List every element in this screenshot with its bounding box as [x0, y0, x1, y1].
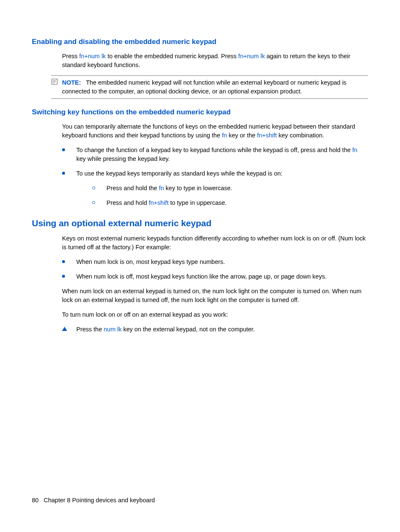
paragraph: To turn num lock on or off on an externa…: [62, 310, 368, 319]
chapter-label: Chapter 8 Pointing devices and keyboard: [44, 497, 155, 504]
text: Press the: [76, 326, 104, 333]
text: Press and hold: [106, 199, 149, 206]
triangle-list: Press the num lk key on the external key…: [62, 325, 368, 334]
sub-bullet-list: Press and hold the fn key to type in low…: [92, 184, 368, 207]
list-item: When num lock is on, most keypad keys ty…: [62, 258, 368, 266]
bullet-list: When num lock is on, most keypad keys ty…: [62, 258, 368, 281]
text: key while pressing the keypad key.: [76, 155, 170, 162]
text: key to type in lowercase.: [164, 185, 232, 191]
key-label: fn: [352, 147, 357, 153]
bullet-list: To change the function of a keypad key t…: [62, 146, 368, 207]
key-label: fn: [159, 185, 164, 191]
text: key on the external keypad, not on the c…: [122, 326, 255, 333]
list-item: To use the keypad keys temporarily as st…: [62, 169, 368, 207]
text: Press: [62, 53, 79, 59]
document-page: Enabling and disabling the embedded nume…: [0, 0, 400, 365]
page-footer: 80 Chapter 8 Pointing devices and keyboa…: [32, 497, 155, 504]
note-label: NOTE:: [62, 79, 81, 86]
paragraph: When num lock on an external keypad is t…: [62, 287, 368, 305]
list-item: To change the function of a keypad key t…: [62, 146, 368, 163]
text: To use the keypad keys temporarily as st…: [76, 170, 283, 177]
paragraph: Press fn+num lk to enable the embedded n…: [62, 52, 368, 70]
paragraph: Keys on most external numeric keypads fu…: [62, 234, 368, 252]
note-icon: [51, 78, 60, 88]
text: to type in uppercase.: [169, 199, 227, 206]
text: To change the function of a keypad key t…: [76, 147, 352, 153]
note-text: The embedded numeric keypad will not fun…: [62, 79, 346, 95]
list-item: When num lock is off, most keypad keys f…: [62, 272, 368, 281]
text: key combination.: [277, 132, 324, 139]
key-label: fn+shift: [149, 199, 169, 206]
paragraph: You can temporarily alternate the functi…: [62, 122, 368, 140]
text: to enable the embedded numeric keypad. P…: [106, 53, 238, 59]
text: key or the: [227, 132, 257, 139]
key-label: num lk: [104, 326, 122, 333]
key-label: fn+num lk: [79, 53, 106, 59]
heading-enable-disable: Enabling and disabling the embedded nume…: [32, 38, 368, 46]
list-item: Press and hold fn+shift to type in upper…: [92, 199, 368, 207]
list-item: Press and hold the fn key to type in low…: [92, 184, 368, 193]
page-number: 80: [32, 497, 39, 504]
text: Press and hold the: [106, 185, 159, 191]
list-item: Press the num lk key on the external key…: [62, 325, 368, 334]
heading-external-keypad: Using an optional external numeric keypa…: [32, 218, 368, 228]
key-label: fn: [222, 132, 227, 139]
note-block: NOTE: The embedded numeric keypad will n…: [51, 75, 368, 99]
key-label: fn+shift: [257, 132, 277, 139]
heading-switching: Switching key functions on the embedded …: [32, 108, 368, 116]
key-label: fn+num lk: [238, 53, 265, 59]
